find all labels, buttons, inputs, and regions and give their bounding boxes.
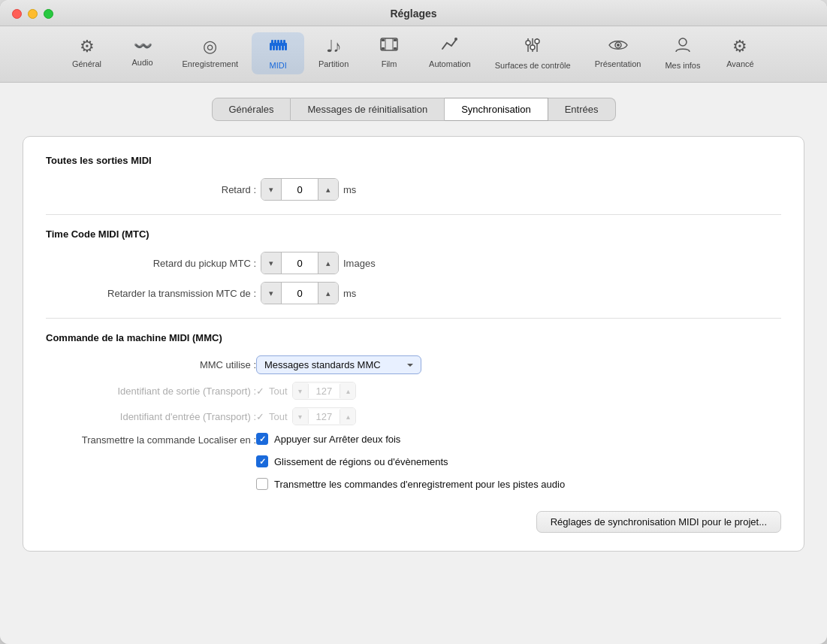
pickup-unit: Images xyxy=(343,258,376,269)
mmc-section: Commande de la machine MIDI (MMC) MMC ut… xyxy=(46,332,781,496)
cb2-checkbox[interactable] xyxy=(256,455,268,467)
transmission-increment[interactable]: ▴ xyxy=(318,283,338,304)
chevron-up-icon: ▴ xyxy=(326,185,330,195)
advanced-icon: ⚙ xyxy=(732,37,747,56)
project-sync-button[interactable]: Réglages de synchronisation MIDI pour le… xyxy=(536,511,781,533)
pickup-decrement[interactable]: ▾ xyxy=(261,252,281,274)
mmc-utilise-select[interactable]: Messages standards MMC Aucun xyxy=(256,355,421,374)
toolbar-item-enregistrement[interactable]: ◎ Enregistrement xyxy=(172,32,249,74)
settings-panel: Toutes les sorties MIDI Retard : ▾ 0 ▴ m… xyxy=(23,136,804,552)
pickup-row: Retard du pickup MTC : ▾ 0 ▴ Images xyxy=(46,252,781,274)
tab-synchronisation[interactable]: Synchronisation xyxy=(445,98,548,121)
retard-row: Retard : ▾ 0 ▴ ms xyxy=(46,178,781,201)
surfaces-icon xyxy=(524,37,542,58)
toolbar-item-midi[interactable]: MIDI xyxy=(252,32,304,74)
retard-increment[interactable]: ▴ xyxy=(318,179,338,200)
mmc-utilise-row: MMC utilise : Messages standards MMC Auc… xyxy=(46,355,781,374)
sortie-stepper[interactable]: ▾ 127 ▴ xyxy=(292,382,357,400)
retard-stepper[interactable]: ▾ 0 ▴ xyxy=(261,178,339,201)
entree-increment[interactable]: ▴ xyxy=(340,408,355,425)
transmission-unit: ms xyxy=(343,288,356,299)
toolbar-item-general[interactable]: ⚙ Général xyxy=(61,32,113,74)
entree-check-label: Tout xyxy=(269,411,288,422)
chevron-up-icon: ▴ xyxy=(326,259,330,268)
toolbar: ⚙ Général 〰️ Audio ◎ Enregistrement xyxy=(0,26,827,83)
divider-1 xyxy=(46,214,781,215)
retard-unit: ms xyxy=(343,184,356,195)
entree-value: 127 xyxy=(308,410,341,424)
svg-rect-13 xyxy=(394,39,397,41)
toolbar-item-audio[interactable]: 〰️ Audio xyxy=(116,32,169,74)
cb1-row: Appuyer sur Arrêter deux fois xyxy=(256,433,565,445)
divider-2 xyxy=(46,318,781,319)
retard-decrement[interactable]: ▾ xyxy=(261,179,281,200)
svg-point-24 xyxy=(535,39,539,44)
cb1-label: Appuyer sur Arrêter deux fois xyxy=(274,434,400,445)
minimize-button[interactable] xyxy=(28,9,38,19)
entree-decrement[interactable]: ▾ xyxy=(293,408,308,425)
entree-checkmark: ✓ xyxy=(256,411,264,422)
pickup-value: 0 xyxy=(281,252,318,274)
window-controls xyxy=(12,9,53,19)
tab-generales[interactable]: Générales xyxy=(212,98,291,121)
retard-value: 0 xyxy=(281,179,318,200)
tabs-bar: Générales Messages de réinitialisation S… xyxy=(23,98,804,121)
title-bar: Réglages xyxy=(0,0,827,26)
transmission-row: Retarder la transmission MTC de : ▾ 0 ▴ … xyxy=(46,282,781,304)
cb3-label: Transmettre les commandes d'enregistreme… xyxy=(274,479,565,490)
transmission-decrement[interactable]: ▾ xyxy=(261,283,281,304)
svg-rect-8 xyxy=(277,40,279,46)
svg-point-27 xyxy=(679,38,687,46)
toolbar-item-automation[interactable]: Automation xyxy=(418,32,481,74)
svg-rect-9 xyxy=(280,40,282,46)
mmc-dropdown-wrapper: Messages standards MMC Aucun xyxy=(256,355,421,374)
entree-row: Identifiant d'entrée (Transport) : ✓ Tou… xyxy=(46,407,781,425)
toolbar-item-mesinfos[interactable]: Mes infos xyxy=(654,32,711,74)
entree-stepper[interactable]: ▾ 127 ▴ xyxy=(292,407,357,425)
retard-label: Retard : xyxy=(46,184,256,195)
svg-rect-10 xyxy=(283,40,285,46)
cb2-label: Glissement de régions ou d'évènements xyxy=(274,456,448,467)
toolbar-item-partition[interactable]: ♩♪ Partition xyxy=(307,32,360,74)
record-icon: ◎ xyxy=(203,37,217,56)
midi-icon xyxy=(269,37,287,58)
pickup-stepper[interactable]: ▾ 0 ▴ xyxy=(261,252,339,274)
automation-icon xyxy=(441,37,459,56)
svg-point-26 xyxy=(617,44,620,47)
chevron-up-icon: ▴ xyxy=(326,289,330,298)
gear-icon: ⚙ xyxy=(80,37,95,56)
film-icon xyxy=(380,37,398,56)
svg-rect-15 xyxy=(394,47,397,50)
cb3-checkbox[interactable] xyxy=(256,478,268,490)
tab-messages[interactable]: Messages de réinitialisation xyxy=(291,98,445,121)
svg-point-22 xyxy=(526,41,530,45)
sortie-check-group: ✓ Tout ▾ 127 ▴ xyxy=(256,382,356,400)
chevron-down-icon: ▾ xyxy=(269,259,273,268)
localiser-checkboxes: Appuyer sur Arrêter deux fois Glissement… xyxy=(256,433,565,496)
cb1-checkbox[interactable] xyxy=(256,433,268,445)
toolbar-item-presentation[interactable]: Présentation xyxy=(584,32,652,74)
sorties-title: Toutes les sorties MIDI xyxy=(46,155,781,166)
toolbar-item-avance[interactable]: ⚙ Avancé xyxy=(714,32,766,74)
sortie-checkmark: ✓ xyxy=(256,385,264,397)
cb2-row: Glissement de régions ou d'évènements xyxy=(256,455,565,467)
sortie-decrement[interactable]: ▾ xyxy=(293,382,308,399)
svg-point-18 xyxy=(454,38,457,41)
audio-icon: 〰️ xyxy=(134,37,151,55)
svg-rect-6 xyxy=(271,40,273,46)
maximize-button[interactable] xyxy=(44,9,53,19)
pickup-increment[interactable]: ▴ xyxy=(318,252,338,274)
partition-icon: ♩♪ xyxy=(326,37,342,56)
sortie-increment[interactable]: ▴ xyxy=(340,382,355,399)
user-icon xyxy=(675,37,691,58)
toolbar-item-surfaces[interactable]: Surfaces de contrôle xyxy=(484,32,581,74)
transmission-stepper[interactable]: ▾ 0 ▴ xyxy=(261,282,339,304)
pickup-label: Retard du pickup MTC : xyxy=(46,258,256,269)
close-button[interactable] xyxy=(12,9,22,19)
eye-icon xyxy=(608,37,628,56)
localiser-label: Transmettre la commande Localiser en : xyxy=(46,433,256,446)
toolbar-item-film[interactable]: Film xyxy=(363,32,415,74)
entree-check-group: ✓ Tout ▾ 127 ▴ xyxy=(256,407,356,425)
mmc-title: Commande de la machine MIDI (MMC) xyxy=(46,332,781,343)
tab-entrees[interactable]: Entrées xyxy=(548,98,616,121)
